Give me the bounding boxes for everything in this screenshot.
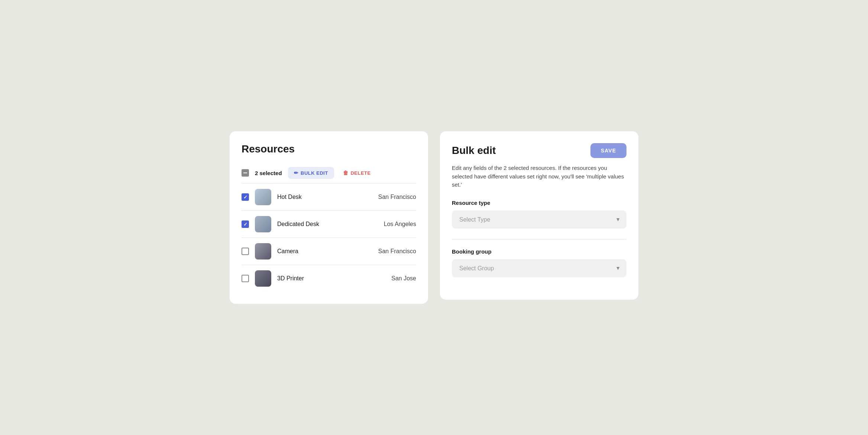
bulk-edit-header: Bulk edit SAVE (452, 143, 626, 158)
delete-label: DELETE (350, 170, 370, 176)
resource-location-3d-printer: San Jose (391, 275, 416, 282)
resource-image-3d-printer (255, 270, 271, 287)
resource-location-camera: San Francisco (378, 248, 416, 255)
checkbox-camera[interactable] (242, 248, 249, 255)
bulk-edit-description: Edit any fields of the 2 selected resour… (452, 164, 626, 189)
resource-row-camera: Camera San Francisco (242, 238, 416, 265)
resource-name-camera: Camera (277, 248, 372, 255)
resource-image-camera (255, 243, 271, 260)
booking-group-select-wrapper: Select Group ▼ (452, 259, 626, 277)
resources-title: Resources (242, 143, 416, 155)
resource-type-label: Resource type (452, 200, 626, 206)
resource-type-select-wrapper: Select Type ▼ (452, 210, 626, 229)
bulk-edit-panel: Bulk edit SAVE Edit any fields of the 2 … (440, 131, 638, 300)
page-container: Resources 2 selected ✏ BULK EDIT 🗑 DELET… (230, 131, 638, 304)
resources-panel: Resources 2 selected ✏ BULK EDIT 🗑 DELET… (230, 131, 428, 304)
resource-image-dedicated-desk (255, 216, 271, 232)
save-button[interactable]: SAVE (590, 143, 626, 158)
resource-name-dedicated-desk: Dedicated Desk (277, 221, 378, 228)
trash-icon: 🗑 (343, 170, 349, 176)
booking-group-select[interactable]: Select Group (452, 259, 626, 277)
bulk-edit-button[interactable]: ✏ BULK EDIT (288, 167, 334, 179)
checkbox-hot-desk[interactable] (242, 193, 249, 201)
resource-name-hot-desk: Hot Desk (277, 194, 372, 200)
resource-location-hot-desk: San Francisco (378, 194, 416, 200)
resource-row-hot-desk: Hot Desk San Francisco (242, 184, 416, 211)
resource-row-3d-printer: 3D Printer San Jose (242, 265, 416, 292)
resource-location-dedicated-desk: Los Angeles (384, 221, 416, 228)
resource-type-select[interactable]: Select Type (452, 210, 626, 229)
edit-icon: ✏ (294, 170, 299, 176)
bulk-edit-title: Bulk edit (452, 145, 496, 157)
select-all-checkbox[interactable] (242, 169, 249, 177)
resource-image-hot-desk (255, 189, 271, 205)
resource-row-dedicated-desk: Dedicated Desk Los Angeles (242, 211, 416, 238)
divider (452, 239, 626, 239)
checkbox-dedicated-desk[interactable] (242, 220, 249, 228)
delete-button[interactable]: 🗑 DELETE (340, 167, 374, 179)
bulk-edit-label: BULK EDIT (301, 170, 328, 176)
booking-group-label: Booking group (452, 248, 626, 255)
toolbar: 2 selected ✏ BULK EDIT 🗑 DELETE (242, 162, 416, 184)
checkbox-3d-printer[interactable] (242, 275, 249, 282)
resource-name-3d-printer: 3D Printer (277, 275, 385, 282)
selected-count: 2 selected (255, 170, 282, 176)
